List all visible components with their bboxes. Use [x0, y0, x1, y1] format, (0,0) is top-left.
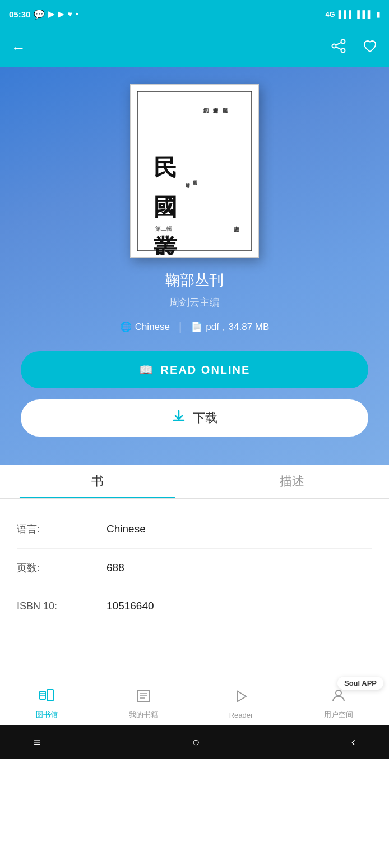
wechat-icon: 💬: [34, 9, 45, 20]
tab-book[interactable]: 书: [0, 465, 194, 498]
download-icon: [172, 409, 186, 427]
language-meta: 🌐 Chinese: [120, 321, 170, 333]
nav-mybooks[interactable]: 我的书籍: [129, 687, 158, 720]
nav-profile[interactable]: 用户空间: [324, 687, 353, 720]
book-details: 语言: Chinese 页数: 688 ISBN 10: 10516640: [0, 499, 389, 636]
file-icon: 📄: [191, 321, 202, 333]
isbn-label: ISBN 10:: [17, 600, 106, 612]
home-button[interactable]: ○: [192, 735, 200, 750]
isbn-value: 10516640: [106, 600, 154, 612]
tab-bar: 书 描述: [0, 465, 389, 499]
language-label: 语言:: [17, 522, 106, 536]
download-button[interactable]: 下载: [21, 399, 368, 437]
pages-label: 页数:: [17, 561, 106, 575]
status-time: 05:30: [9, 10, 30, 19]
bottom-nav: 图书馆 我的书籍 Reader 用户空间 Soul APP: [0, 681, 389, 725]
svg-line-4: [336, 47, 341, 49]
read-online-icon: 📖: [139, 363, 154, 376]
svg-rect-20: [47, 690, 53, 701]
detail-row-isbn: ISBN 10: 10516640: [17, 587, 372, 624]
signal2-icon: ▌▌▌: [357, 10, 373, 19]
book-meta: 🌐 Chinese | 📄 pdf, 34.87 MB: [120, 320, 270, 333]
download-label: 下载: [193, 410, 217, 426]
read-online-label: READ ONLINE: [161, 364, 251, 376]
globe-icon: 🌐: [120, 321, 132, 333]
hero-section: 民 國 叢 書 稻庵叢刊 京劇之變遷 古劇鈎沉 第二輯 ・69・ 上海書店 周劍…: [0, 67, 389, 465]
library-icon: [38, 687, 55, 708]
share-button[interactable]: [331, 38, 346, 58]
battery-icon: ▮: [376, 10, 380, 19]
dot-icon: •: [76, 10, 78, 19]
youtube-icon: ▶: [48, 10, 54, 19]
book-author: 周剑云主编: [169, 296, 220, 309]
svg-point-24: [336, 690, 341, 696]
svg-rect-5: [133, 87, 256, 255]
svg-rect-19: [40, 691, 45, 699]
profile-icon: [330, 687, 347, 708]
nav-library[interactable]: 图书馆: [36, 687, 58, 720]
book-cover: 民 國 叢 書 稻庵叢刊 京劇之變遷 古劇鈎沉 第二輯 ・69・ 上海書店 周劍…: [130, 84, 259, 258]
svg-marker-23: [238, 691, 246, 701]
status-right: 4G ▌▌▌ ▌▌▌ ▮: [325, 10, 380, 19]
network-label: 4G: [325, 10, 335, 19]
svg-text:・69・: ・69・: [158, 233, 174, 240]
back-button[interactable]: ←: [11, 39, 26, 57]
detail-row-language: 语言: Chinese: [17, 510, 372, 549]
status-bar: 05:30 💬 ▶ ▶ ♥ • 4G ▌▌▌ ▌▌▌ ▮: [0, 0, 389, 28]
file-type: pdf: [206, 322, 219, 333]
profile-label: 用户空间: [324, 710, 353, 720]
svg-text:第二輯: 第二輯: [155, 226, 172, 232]
svg-point-0: [341, 39, 345, 43]
header-bar: ←: [0, 28, 389, 67]
svg-point-2: [341, 48, 345, 52]
tab-book-label: 书: [91, 473, 104, 490]
status-left: 05:30 💬 ▶ ▶ ♥ •: [9, 9, 78, 20]
tab-section: 书 描述 语言: Chinese 页数: 688 ISBN 10: 105166…: [0, 465, 389, 636]
nav-reader[interactable]: Reader: [229, 688, 253, 719]
tab-description[interactable]: 描述: [194, 465, 389, 498]
language-value: Chinese: [135, 322, 170, 333]
read-online-button[interactable]: 📖 READ ONLINE: [21, 351, 368, 388]
meta-divider: |: [179, 320, 182, 333]
book-title: 鞠部丛刊: [165, 270, 224, 290]
svg-point-1: [332, 44, 336, 48]
favorite-button[interactable]: [362, 38, 378, 58]
pages-value: 688: [106, 562, 124, 574]
file-size: 34.87 MB: [229, 322, 270, 333]
music-icon: ▶: [58, 10, 64, 19]
reader-label: Reader: [229, 711, 253, 719]
detail-row-pages: 页数: 688: [17, 549, 372, 587]
reader-icon: [233, 688, 249, 709]
spacer: [0, 636, 389, 681]
menu-button[interactable]: ≡: [34, 735, 41, 750]
mybooks-label: 我的书籍: [129, 710, 158, 720]
system-nav: ≡ ○ ‹: [0, 725, 389, 759]
language-detail-value: Chinese: [106, 523, 146, 535]
tab-description-label: 描述: [280, 473, 304, 490]
soul-badge: Soul APP: [337, 677, 383, 690]
heart-status-icon: ♥: [67, 10, 72, 19]
library-label: 图书馆: [36, 710, 58, 720]
signal-icon: ▌▌▌: [339, 10, 354, 19]
file-meta: 📄 pdf, 34.87 MB: [191, 321, 269, 333]
back-nav-button[interactable]: ‹: [351, 735, 355, 750]
mybooks-icon: [135, 687, 152, 708]
svg-line-3: [336, 42, 341, 45]
